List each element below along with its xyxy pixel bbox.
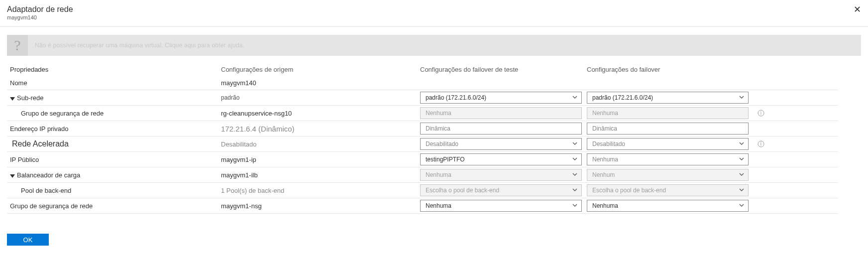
column-headers: Propriedades Configurações de origem Con… — [7, 65, 838, 76]
failover-subnet-select[interactable]: padrão (172.21.6.0/24) — [587, 92, 749, 104]
test-backend-pool-select: Escolha o pool de back-end — [420, 184, 582, 196]
source-name: maygvm140 — [221, 79, 420, 87]
col-source: Configurações de origem — [221, 66, 420, 73]
svg-text:i: i — [760, 110, 762, 116]
help-banner[interactable]: ? Não é possível recuperar uma máquina v… — [7, 35, 861, 56]
label-public-ip: IP Público — [7, 156, 221, 163]
test-public-ip-select[interactable]: testingPIPTFO — [420, 153, 582, 165]
failover-load-balancer-select: Nenhum — [587, 169, 749, 181]
test-load-balancer-select: Nenhuma — [420, 169, 582, 181]
source-nsg: maygvm1-nsg — [221, 202, 420, 210]
row-nsg: Grupo de segurança de rede maygvm1-nsg N… — [7, 198, 838, 214]
label-load-balancer[interactable]: Balanceador de carga — [7, 171, 221, 179]
col-test-failover: Configurações do failover de teste — [420, 66, 587, 73]
label-name: Nome — [7, 79, 221, 87]
failover-backend-pool-select: Escolha o pool de back-end — [587, 184, 749, 196]
source-backend-pool: 1 Pool(s) de back-end — [221, 187, 420, 194]
row-subnet: Sub-rede padrão padrão (172.21.6.0/24) p… — [7, 90, 838, 106]
failover-nsg-select[interactable]: Nenhuma — [587, 200, 749, 212]
info-icon[interactable]: i — [754, 140, 768, 147]
label-subnet[interactable]: Sub-rede — [7, 94, 221, 102]
info-icon[interactable]: i — [754, 110, 768, 117]
test-private-ip-input[interactable]: Dinâmica — [420, 123, 582, 135]
test-accelerated-select[interactable]: Desabilitado — [420, 138, 582, 150]
source-load-balancer: maygvm1-ilb — [221, 171, 420, 179]
label-backend-pool: Pool de back-end — [7, 187, 221, 194]
test-nsg-select[interactable]: Nenhuma — [420, 200, 582, 212]
source-public-ip: maygvm1-ip — [221, 156, 420, 163]
test-subnet-select[interactable]: padrão (172.21.6.0/24) — [420, 92, 582, 104]
label-private-ip: Endereço IP privado — [7, 125, 221, 133]
banner-text: Não é possível recuperar uma máquina vir… — [28, 42, 244, 49]
ok-button[interactable]: OK — [7, 234, 49, 246]
row-nsg-inner: Grupo de segurança de rede rg-cleanupser… — [7, 106, 838, 121]
question-icon: ? — [7, 35, 28, 56]
failover-nsg-inner: Nenhuma — [587, 107, 749, 119]
failover-public-ip-select[interactable]: Nenhuma — [587, 153, 749, 165]
failover-accelerated-select[interactable]: Desabilitado — [587, 138, 749, 150]
svg-text:i: i — [760, 141, 762, 146]
source-private-ip: 172.21.6.4 (Dinâmico) — [221, 125, 420, 133]
chevron-down-icon — [10, 97, 15, 101]
row-public-ip: IP Público maygvm1-ip testingPIPTFO Nenh… — [7, 152, 838, 167]
row-name: Nome maygvm140 — [7, 76, 838, 90]
label-nsg: Grupo de segurança de rede — [7, 202, 221, 210]
close-icon[interactable]: ✕ — [854, 5, 861, 14]
col-properties: Propriedades — [7, 66, 221, 73]
page-title: Adaptador de rede — [7, 5, 860, 14]
source-subnet: padrão — [221, 94, 420, 101]
source-accelerated: Desabilitado — [221, 140, 420, 148]
test-nsg-inner: Nenhuma — [420, 107, 582, 119]
source-nsg-inner: rg-cleanupservice-nsg10 — [221, 110, 420, 117]
row-accelerated-network: Rede Acelerada Desabilitado Desabilitado… — [7, 137, 838, 152]
page-subtitle: maygvm140 — [7, 14, 860, 20]
failover-private-ip-input[interactable]: Dinâmica — [587, 123, 749, 135]
row-private-ip: Endereço IP privado 172.21.6.4 (Dinâmico… — [7, 121, 838, 137]
label-accelerated: Rede Acelerada — [7, 139, 221, 148]
col-failover: Configurações do failover — [587, 66, 754, 73]
label-nsg-inner: Grupo de segurança de rede — [7, 110, 221, 117]
row-load-balancer: Balanceador de carga maygvm1-ilb Nenhuma… — [7, 167, 838, 183]
row-backend-pool: Pool de back-end 1 Pool(s) de back-end E… — [7, 183, 838, 198]
chevron-down-icon — [10, 174, 15, 178]
